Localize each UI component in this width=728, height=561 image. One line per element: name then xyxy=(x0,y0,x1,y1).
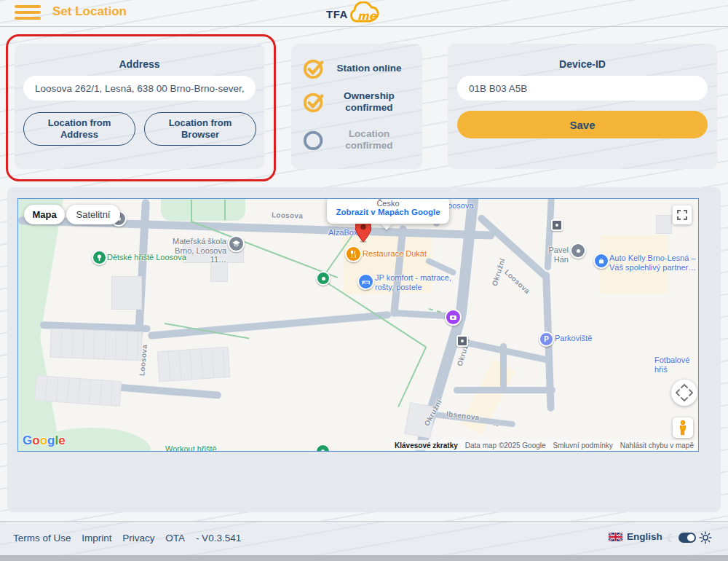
svg-text:me: me xyxy=(357,9,377,23)
poi-label[interactable]: Fotbalové hřiš xyxy=(654,356,698,374)
map-park xyxy=(161,199,245,221)
park-icon[interactable] xyxy=(316,271,331,286)
header: Set Location TFA me xyxy=(0,0,728,27)
fullscreen-button[interactable] xyxy=(673,205,692,224)
poi-label[interactable]: AlzaBox xyxy=(328,228,357,238)
footer-links: Terms of Use Imprint Privacy OTA - V0.3.… xyxy=(13,533,249,544)
poi-label[interactable]: Parkoviště xyxy=(555,334,592,343)
attraction-camera-icon[interactable] xyxy=(445,309,462,326)
google-logo[interactable]: Google xyxy=(23,434,66,448)
status-label: Ownership confirmed xyxy=(326,90,412,114)
device-id-title: Device-ID xyxy=(448,58,717,70)
map-terms-link[interactable]: Smluvní podmínky xyxy=(553,442,613,450)
terms-of-use-link[interactable]: Terms of Use xyxy=(13,533,71,544)
map-data-copyright: Data map ©2025 Google xyxy=(465,442,546,450)
sun-icon xyxy=(699,531,712,544)
school-icon[interactable] xyxy=(228,235,245,252)
parking-icon[interactable]: P xyxy=(539,332,554,347)
bus-stop-icon[interactable] xyxy=(551,219,563,231)
keyboard-shortcuts-link[interactable]: Klávesové zkratky xyxy=(395,442,458,450)
status-station-online: Station online xyxy=(303,57,412,80)
page-title: Set Location xyxy=(52,4,127,19)
one-way-arrow-icon: → xyxy=(491,418,502,430)
poi-label[interactable]: Auto Kelly Brno-Lesná – Váš spolehlivý p… xyxy=(609,254,696,272)
map-canvas[interactable]: Loosova Loosova Loosova Okružní Okružní … xyxy=(17,198,699,452)
ota-link[interactable]: OTA xyxy=(165,533,185,544)
workout-icon[interactable] xyxy=(315,444,331,452)
street-label: Loosova xyxy=(503,268,531,296)
poi-label[interactable]: Workout hřiště xyxy=(165,444,217,452)
info-window-region: Česko xyxy=(327,199,449,208)
poi-generic-icon[interactable] xyxy=(570,243,586,259)
theme-toggle[interactable] xyxy=(678,533,696,543)
map-building xyxy=(111,276,142,310)
map-footpath xyxy=(224,200,226,220)
map-footpath xyxy=(397,348,427,407)
tfa-logo: TFA me xyxy=(326,1,381,25)
language-label: English xyxy=(627,531,662,542)
address-input[interactable] xyxy=(23,76,256,101)
map-building xyxy=(210,262,228,282)
status-location-confirmed: Location confirmed xyxy=(303,128,412,152)
info-window-link[interactable]: Zobrazit v Mapách Google xyxy=(327,208,449,216)
hamburger-menu-icon[interactable] xyxy=(15,5,41,21)
tfa-cloud-icon: me xyxy=(348,1,381,25)
language-selector[interactable]: English xyxy=(609,531,662,542)
imprint-link[interactable]: Imprint xyxy=(82,533,111,544)
map-road xyxy=(148,311,392,340)
bus-stop-icon[interactable] xyxy=(456,335,468,347)
address-panel: Address Location from Address Location f… xyxy=(15,44,264,169)
privacy-link[interactable]: Privacy xyxy=(122,533,154,544)
check-circle-icon xyxy=(303,57,326,80)
status-label: Station online xyxy=(326,63,412,74)
status-ownership-confirmed: Ownership confirmed xyxy=(303,90,412,114)
pan-arrows-icon xyxy=(673,382,695,404)
map-type-button-map[interactable]: Mapa xyxy=(24,205,65,224)
location-from-address-button[interactable]: Location from Address xyxy=(23,112,135,146)
pegman-icon xyxy=(678,420,688,436)
footer: Terms of Use Imprint Privacy OTA - V0.3.… xyxy=(0,521,728,556)
theme-switch: ☾ xyxy=(666,531,712,544)
poi-label[interactable]: Dětské hřiště Loosova xyxy=(107,253,186,262)
bed-store-icon[interactable] xyxy=(357,273,374,290)
pegman-button[interactable] xyxy=(673,417,693,438)
device-panel: Device-ID Save xyxy=(448,44,717,169)
poi-label[interactable]: JP komfort - matrace, rošty, postele xyxy=(375,273,451,291)
fullscreen-icon xyxy=(677,210,687,220)
street-label: Loosova xyxy=(272,211,304,220)
playground-icon[interactable] xyxy=(92,250,107,265)
auto-parts-store-icon[interactable] xyxy=(593,253,609,269)
address-title: Address xyxy=(15,58,264,70)
map-report-link[interactable]: Nahlásit chybu v mapě xyxy=(620,442,694,450)
empty-circle-icon xyxy=(303,128,326,152)
map-attribution: Klávesové zkratky Data map ©2025 Google … xyxy=(391,440,697,450)
map-footpath xyxy=(191,200,192,223)
poi-label[interactable]: Pavel Hán xyxy=(535,246,569,264)
map-building xyxy=(157,347,231,382)
restaurant-icon[interactable] xyxy=(345,246,362,262)
moon-icon: ☾ xyxy=(666,533,676,544)
pan-control[interactable] xyxy=(671,380,697,406)
map-section: Loosova Loosova Loosova Okružní Okružní … xyxy=(7,187,721,512)
version-label: - V0.3.541 xyxy=(196,533,241,544)
street-label: Loosova xyxy=(138,344,149,376)
map-building xyxy=(50,329,142,361)
bottom-strip xyxy=(0,555,728,561)
location-from-browser-button[interactable]: Location from Browser xyxy=(144,112,256,146)
map-type-button-satellite[interactable]: Satelitní xyxy=(66,205,120,224)
save-button[interactable]: Save xyxy=(457,111,708,138)
map-road-okruzni xyxy=(455,198,479,319)
uk-flag-icon xyxy=(609,533,622,541)
device-id-input[interactable] xyxy=(457,76,708,101)
info-window: Česko Zobrazit v Mapách Google xyxy=(327,198,449,224)
poi-label[interactable]: Restaurace Dukát xyxy=(363,249,427,259)
status-label: Location confirmed xyxy=(326,128,412,152)
map-building xyxy=(656,215,672,234)
status-panel: Station online Ownership confirmed Locat… xyxy=(291,44,422,169)
tfa-logo-text: TFA xyxy=(326,8,348,20)
page: Set Location TFA me Address Location fro… xyxy=(0,0,728,561)
check-circle-icon xyxy=(303,90,326,114)
